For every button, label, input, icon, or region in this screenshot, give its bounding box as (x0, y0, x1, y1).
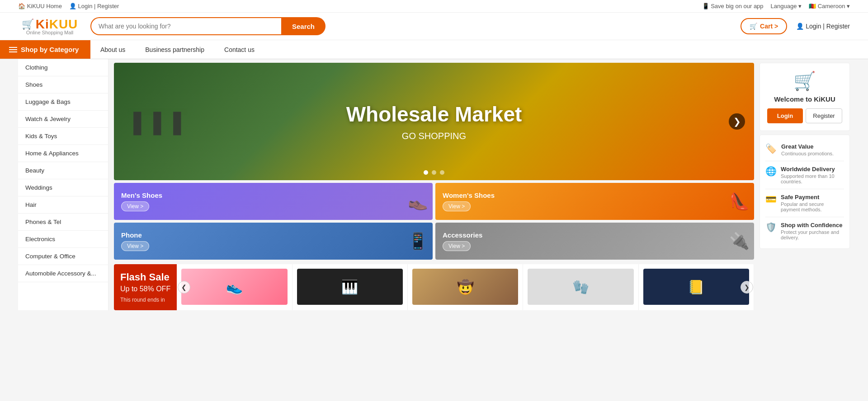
product-banner-phone[interactable]: Phone View > 📱 (114, 223, 433, 260)
banner-next-arrow[interactable]: ❯ (729, 113, 745, 130)
welcome-title: Welcome to KiKUU (767, 95, 842, 103)
accessories-view-btn[interactable]: View > (443, 241, 471, 251)
sidebar: Clothing Shoes Luggage & Bags Watch & Je… (18, 59, 108, 310)
banner-dot-1[interactable] (424, 170, 428, 175)
flash-sale-section: Flash Sale Up to 58% OFF This round ends… (114, 264, 754, 310)
features-box: 🏷️ Great Value Continuous promotions. 🌐 … (760, 135, 850, 249)
mens-shoes-text: Men's Shoes View > (121, 191, 162, 211)
confidence-desc: Protect your purchase and delivery. (781, 229, 844, 240)
safe-payment-icon: 💳 (765, 194, 776, 205)
mens-shoes-view-btn[interactable]: View > (121, 201, 149, 211)
sidebar-item-phones[interactable]: Phones & Tel (18, 214, 108, 231)
flash-product-2[interactable]: 🎹 (292, 264, 408, 310)
region-btn[interactable]: 🇨🇲 Cameroon ▾ (809, 3, 850, 9)
home-link[interactable]: 🏠 KiKUU Home (18, 3, 62, 9)
logo-sub: Online Shopping Mall (26, 30, 74, 35)
banner-subtitle: GO SHOPPING (346, 131, 522, 141)
sidebar-item-home[interactable]: Home & Appliances (18, 145, 108, 162)
flash-product-5[interactable]: 📒 (639, 264, 754, 310)
nav-about[interactable]: About us (90, 41, 135, 59)
top-bar-right: 📱 Save big on our app Language ▾ 🇨🇲 Came… (702, 3, 850, 9)
top-bar-left: 🏠 KiKUU Home 👤 Login | Register (18, 3, 119, 9)
flash-prev-btn[interactable]: ❮ (178, 281, 190, 294)
flash-sale-title: Flash Sale (120, 271, 170, 283)
phone-icon: 📱 (408, 232, 428, 251)
flag-icon: 🇨🇲 (809, 3, 816, 9)
sidebar-item-kids[interactable]: Kids & Toys (18, 128, 108, 145)
safe-payment-desc: Popular and secure payment methods. (781, 201, 844, 212)
great-value-desc: Continuous promotions. (781, 151, 834, 156)
phone-title: Phone (121, 231, 149, 239)
flash-product-3[interactable]: 🤠 (408, 264, 523, 310)
save-app-link[interactable]: 📱 Save big on our app (702, 3, 764, 9)
mens-shoes-title: Men's Shoes (121, 191, 162, 199)
confidence-text: Shop with Confidence Protect your purcha… (781, 222, 844, 240)
sidebar-item-weddings[interactable]: Weddings (18, 179, 108, 196)
header-right: 🛒 Cart > 👤 Login | Register (741, 18, 850, 34)
flash-product-1[interactable]: 👟 (177, 264, 292, 310)
sidebar-item-auto[interactable]: Automobile Accessory &... (18, 265, 108, 282)
confidence-title: Shop with Confidence (781, 222, 844, 228)
flash-sale-label: Flash Sale Up to 58% OFF This round ends… (114, 264, 177, 310)
phone-text: Phone View > (121, 231, 149, 251)
search-input[interactable] (90, 17, 281, 35)
language-btn[interactable]: Language ▾ (771, 3, 802, 9)
search-button[interactable]: Search (281, 17, 326, 35)
hero-banner[interactable]: ❚❚❚ Wholesale Market GO SHOPPING ❯ (114, 63, 754, 180)
product-banner-mens-shoes[interactable]: Men's Shoes View > 👞 (114, 183, 433, 220)
sidebar-item-computer[interactable]: Computer & Office (18, 248, 108, 265)
womens-shoes-text: Women's Shoes View > (443, 191, 495, 211)
safe-payment-text: Safe Payment Popular and secure payment … (781, 194, 844, 212)
welcome-register-btn[interactable]: Register (806, 108, 842, 123)
safe-payment-title: Safe Payment (781, 194, 844, 200)
flash-product-img-5: 📒 (643, 269, 749, 305)
mens-shoes-icon: 👞 (408, 192, 428, 211)
nav-contact[interactable]: Contact us (214, 41, 264, 59)
flash-next-btn[interactable]: ❯ (741, 281, 753, 294)
region-label: Cameroon (818, 3, 845, 9)
region-chevron: ▾ (847, 3, 850, 9)
phone-icon-top: 📱 (702, 3, 709, 9)
flash-sale-off: Up to 58% OFF (120, 285, 170, 293)
sidebar-item-luggage[interactable]: Luggage & Bags (18, 93, 108, 111)
welcome-login-btn[interactable]: Login (767, 108, 803, 123)
product-banner-accessories[interactable]: Accessories View > 🔌 (435, 223, 754, 260)
great-value-text: Great Value Continuous promotions. (781, 143, 834, 156)
nav-business[interactable]: Business partnership (135, 41, 214, 59)
flash-product-img-2: 🎹 (297, 269, 403, 305)
accessories-text: Accessories View > (443, 231, 482, 251)
main-area: ❚❚❚ Wholesale Market GO SHOPPING ❯ Men's… (108, 59, 760, 310)
accessories-title: Accessories (443, 231, 482, 239)
top-bar: 🏠 KiKUU Home 👤 Login | Register 📱 Save b… (0, 0, 868, 13)
flash-product-img-4: 🧤 (528, 269, 633, 305)
feature-safe-payment: 💳 Safe Payment Popular and secure paymen… (765, 189, 844, 217)
sidebar-item-hair[interactable]: Hair (18, 196, 108, 214)
home-icon: 🏠 (18, 3, 25, 9)
logo[interactable]: 🛒 KiKUU Online Shopping Mall (18, 17, 81, 35)
banner-title: Wholesale Market (346, 102, 522, 126)
flash-product-4[interactable]: 🧤 (523, 264, 638, 310)
shop-by-category-btn[interactable]: Shop by Category (0, 40, 90, 59)
banner-dot-3[interactable] (440, 170, 444, 175)
banner-dots (424, 170, 444, 175)
sidebar-item-shoes[interactable]: Shoes (18, 76, 108, 93)
login-link-header[interactable]: 👤 Login | Register (796, 23, 850, 30)
womens-shoes-icon: 👠 (729, 192, 750, 211)
cart-button[interactable]: 🛒 Cart > (741, 18, 787, 34)
worldwide-text: Worldwide Delivery Supported more than 1… (781, 166, 844, 184)
product-banner-womens-shoes[interactable]: Women's Shoes View > 👠 (435, 183, 754, 220)
nav-links: About us Business partnership Contact us (90, 40, 264, 59)
login-link-top[interactable]: 👤 Login | Register (69, 3, 119, 9)
womens-shoes-view-btn[interactable]: View > (443, 201, 471, 211)
sidebar-item-watch[interactable]: Watch & Jewelry (18, 111, 108, 128)
sidebar-item-electronics[interactable]: Electronics (18, 231, 108, 248)
cart-label: Cart > (760, 23, 778, 30)
feature-confidence: 🛡️ Shop with Confidence Protect your pur… (765, 217, 844, 245)
confidence-icon: 🛡️ (765, 222, 776, 233)
phone-view-btn[interactable]: View > (121, 241, 149, 251)
banner-dot-2[interactable] (432, 170, 436, 175)
sidebar-item-clothing[interactable]: Clothing (18, 59, 108, 76)
language-chevron: ▾ (798, 3, 802, 9)
accessories-icon: 🔌 (729, 232, 750, 251)
sidebar-item-beauty[interactable]: Beauty (18, 162, 108, 179)
